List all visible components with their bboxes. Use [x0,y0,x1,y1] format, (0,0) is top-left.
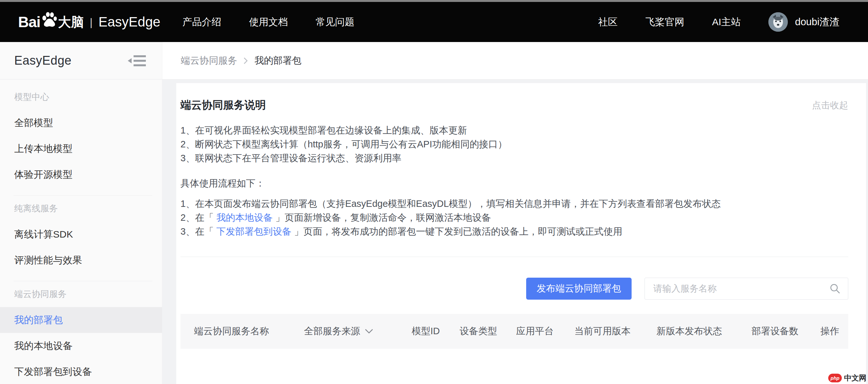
notice-flow: 1、在本页面发布端云协同部署包（支持EasyEdge模型和EasyDL模型），填… [181,197,848,238]
section-label-edge-cloud-service: 端云协同服务 [0,281,162,307]
column-service-name: 端云协同服务名称 [181,325,304,338]
publish-deploy-package-button[interactable]: 发布端云协同部署包 [526,278,631,300]
easyedge-console-page: Bai 大脑 | EasyEdge 产品介绍 使用文档 常见问题 社区 飞桨官网 [0,0,868,384]
sidebar-item-my-deploy-packages[interactable]: 我的部署包 [0,307,162,333]
breadcrumb-current: 我的部署包 [254,54,301,67]
sidebar-item-offline-sdk[interactable]: 离线计算SDK [0,221,162,247]
actions-row: 发布端云协同部署包 [181,278,848,300]
nav-faq[interactable]: 常见问题 [316,15,354,29]
user-name[interactable]: doubi渣渣 [795,15,840,29]
flow-title: 具体使用流程如下： [181,177,848,190]
breadcrumb-parent[interactable]: 端云协同服务 [181,54,237,67]
push-package-to-device-link[interactable]: 下发部署包到设备 [216,226,291,236]
service-notice: 端云协同服务说明 点击收起 1、在可视化界面轻松实现模型部署包在边缘设备上的集成… [181,83,848,238]
column-actions: 操作 [820,325,848,338]
flow-line-2: 2、在「 我的本地设备 」页面新增设备，复制激活命令，联网激活本地设备 [181,211,848,225]
nav-product-intro[interactable]: 产品介绍 [182,15,221,29]
flow-line-2-text: 2、在「 [181,212,216,223]
intro-line-2: 2、断网状态下模型离线计算（http服务，可调用与公有云API功能相同的接口） [181,137,848,151]
sidebar-collapse-icon[interactable] [128,54,146,68]
avatar[interactable] [768,12,788,32]
section-label-model-center: 模型中心 [0,84,162,110]
search-input[interactable] [653,284,829,294]
column-deployed-device-count: 部署设备数 [751,325,820,338]
topbar-right: 社区 飞桨官网 AI主站 doubi渣渣 [598,12,840,32]
breadcrumb: 端云协同服务 我的部署包 [162,42,868,79]
avatar-dog-image [768,12,788,32]
sidebar-item-all-models[interactable]: 全部模型 [0,110,162,136]
flow-line-3: 3、在「 下发部署包到设备 」页面，将发布成功的部署包一键下发到已激活的设备上，… [181,225,848,238]
baidu-brain-easyedge-logo[interactable]: Bai 大脑 | EasyEdge [18,13,160,31]
logo-brain-text: 大脑 [58,13,84,31]
column-device-type: 设备类型 [460,325,516,338]
deploy-package-card: 端云协同服务说明 点击收起 1、在可视化界面轻松实现模型部署包在边缘设备上的集成… [176,83,866,384]
php-site-watermark: php 中文网 [828,373,866,383]
logo-divider: | [90,16,93,28]
sidebar-header: EasyEdge [0,42,162,79]
column-available-version: 当前可用版本 [575,325,656,338]
table-header: 端云协同服务名称 全部服务来源 模型ID 设备类型 应用平台 当前可用版本 新版… [181,314,848,349]
flow-line-1-text: 1、在本页面发布端云协同部署包（支持EasyEdge模型和EasyDL模型），填… [181,198,721,209]
sidebar-item-my-local-devices[interactable]: 我的本地设备 [0,333,162,359]
sidebar-title: EasyEdge [14,54,71,68]
link-paddle-official[interactable]: 飞桨官网 [646,15,684,29]
notice-title: 端云协同服务说明 [181,98,266,113]
column-new-version-status: 新版本发布状态 [656,325,751,338]
flow-line-2-suffix: 」页面新增设备，复制激活命令，联网激活本地设备 [273,212,491,223]
notice-header: 端云协同服务说明 点击收起 [181,98,848,113]
main-content: 端云协同服务 我的部署包 端云协同服务说明 点击收起 1、在可视化界面轻松实现模… [162,42,868,384]
source-filter-label: 全部服务来源 [304,325,360,338]
nav-docs[interactable]: 使用文档 [249,15,288,29]
my-local-devices-link[interactable]: 我的本地设备 [216,212,273,223]
column-app-platform: 应用平台 [516,325,575,338]
notice-divider [181,257,848,257]
intro-line-1: 1、在可视化界面轻松实现模型部署包在边缘设备上的集成、版本更新 [181,124,848,137]
watermark-text: 中文网 [844,373,866,383]
section-label-offline-service: 纯离线服务 [0,196,162,221]
logo-product-text: EasyEdge [98,14,160,30]
topbar: Bai 大脑 | EasyEdge 产品介绍 使用文档 常见问题 社区 飞桨官网 [0,2,868,42]
chevron-right-icon [244,57,248,65]
intro-line-3: 3、联网状态下在平台管理设备运行状态、资源利用率 [181,151,848,165]
sidebar-item-upload-local-model[interactable]: 上传本地模型 [0,136,162,162]
column-source-filter[interactable]: 全部服务来源 [304,325,412,338]
user-menu[interactable]: doubi渣渣 [768,12,840,32]
chevron-down-icon [365,329,373,334]
column-model-id: 模型ID [412,325,460,338]
flow-line-3-suffix: 」页面，将发布成功的部署包一键下发到已激活的设备上，即可测试或正式使用 [291,226,622,236]
sidebar-item-evaluate-performance[interactable]: 评测性能与效果 [0,247,162,273]
sidebar: EasyEdge 模型中心 全部模型 上传本地模型 体验开源模型 纯离线服务 离… [0,42,162,384]
sidebar-item-push-package-to-device[interactable]: 下发部署包到设备 [0,359,162,384]
table-body-empty [181,349,848,384]
link-community[interactable]: 社区 [598,15,618,29]
sidebar-menu: 模型中心 全部模型 上传本地模型 体验开源模型 纯离线服务 离线计算SDK 评测… [0,79,162,384]
notice-collapse-link[interactable]: 点击收起 [812,99,848,111]
search-icon[interactable] [829,283,841,294]
service-search-box [645,278,848,300]
php-badge-icon: php [828,374,842,382]
link-ai-site[interactable]: AI主站 [712,15,741,29]
flow-line-3-text: 3、在「 [181,226,216,236]
baidu-paw-icon [41,11,58,28]
top-nav: 产品介绍 使用文档 常见问题 [182,15,354,29]
notice-intro: 1、在可视化界面轻松实现模型部署包在边缘设备上的集成、版本更新 2、断网状态下模… [181,124,848,165]
logo-bai-text: Bai [18,13,40,31]
sidebar-item-try-open-source-model[interactable]: 体验开源模型 [0,162,162,188]
flow-line-1: 1、在本页面发布端云协同部署包（支持EasyEdge模型和EasyDL模型），填… [181,197,848,211]
